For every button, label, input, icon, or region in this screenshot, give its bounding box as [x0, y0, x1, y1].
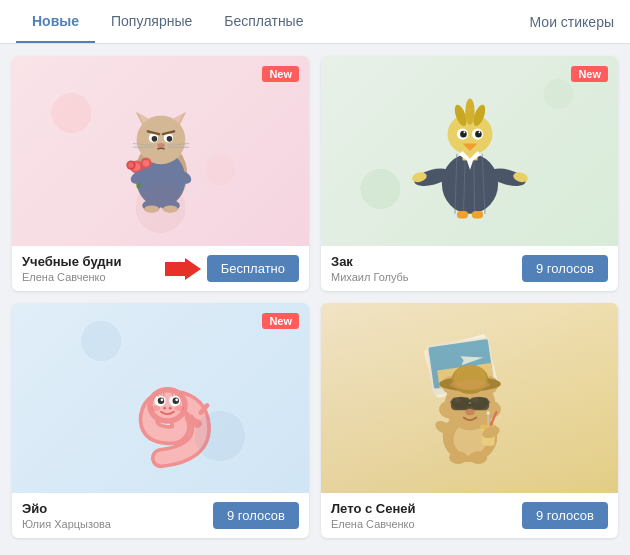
svg-rect-74 [428, 339, 493, 389]
sticker-illustration-2 [410, 76, 530, 226]
svg-marker-4 [172, 112, 186, 125]
sticker-title-4: Лето с Сеней [331, 501, 415, 516]
new-badge-2: New [571, 66, 608, 82]
svg-point-62 [172, 398, 178, 404]
svg-point-66 [168, 407, 171, 410]
svg-point-77 [442, 411, 497, 462]
svg-line-106 [490, 412, 495, 425]
svg-point-45 [475, 131, 482, 138]
svg-rect-72 [423, 334, 497, 399]
svg-point-83 [480, 376, 498, 394]
sticker-card-3: New [12, 303, 309, 538]
svg-point-8 [163, 133, 172, 142]
svg-point-64 [175, 398, 178, 401]
svg-point-109 [449, 451, 467, 464]
sticker-illustration-1 [101, 76, 221, 226]
svg-point-21 [140, 158, 151, 169]
my-stickers-link[interactable]: Мои стикеры [530, 14, 614, 30]
sticker-author-2: Михаил Голубь [331, 271, 409, 283]
new-badge-3: New [262, 313, 299, 329]
sticker-card-4: Лето с Сеней Елена Савченко 9 голосов [321, 303, 618, 538]
sticker-footer-2: Зак Михаил Голубь 9 голосов [321, 246, 618, 291]
svg-point-70 [150, 405, 159, 411]
svg-marker-37 [465, 156, 474, 170]
svg-point-40 [465, 99, 474, 125]
sticker-image-1: New [12, 56, 309, 246]
svg-point-28 [161, 200, 180, 211]
arrow-icon [165, 258, 201, 280]
svg-point-1 [136, 151, 185, 207]
svg-point-60 [169, 395, 180, 406]
svg-point-20 [132, 163, 140, 171]
svg-point-9 [151, 136, 157, 142]
sticker-info-4: Лето с Сеней Елена Савченко [331, 501, 415, 530]
svg-point-30 [162, 205, 177, 213]
svg-point-59 [154, 395, 165, 406]
voices-button-4[interactable]: 9 голосов [522, 502, 608, 529]
svg-point-26 [173, 168, 193, 186]
svg-point-27 [142, 200, 161, 211]
svg-point-13 [157, 143, 165, 148]
svg-point-54 [512, 171, 529, 184]
svg-line-35 [473, 154, 474, 214]
sticker-illustration-4 [410, 323, 530, 473]
svg-point-68 [192, 412, 203, 421]
svg-point-44 [460, 131, 467, 138]
svg-line-34 [463, 154, 465, 214]
svg-line-16 [168, 144, 189, 146]
voices-button-2[interactable]: 9 голосов [522, 255, 608, 282]
svg-point-57 [147, 387, 188, 424]
voices-button-3[interactable]: 9 голосов [213, 502, 299, 529]
svg-point-100 [471, 398, 478, 403]
tab-new[interactable]: Новые [16, 1, 95, 43]
svg-point-91 [470, 397, 488, 410]
sticker-title-1: Учебные будни [22, 254, 121, 269]
svg-point-24 [128, 162, 134, 168]
stickers-page: Новые Популярные Бесплатные Мои стикеры … [0, 0, 630, 550]
svg-point-0 [134, 142, 187, 208]
svg-point-2 [136, 115, 185, 164]
svg-point-46 [463, 131, 465, 133]
sticker-image-2: New [321, 56, 618, 246]
svg-line-33 [455, 154, 457, 214]
tab-free[interactable]: Бесплатные [208, 1, 319, 43]
svg-rect-55 [456, 211, 467, 219]
svg-marker-50 [458, 151, 481, 162]
svg-point-87 [451, 365, 487, 394]
svg-rect-94 [450, 398, 470, 411]
sticker-title-3: Эйо [22, 501, 111, 516]
sticker-author-4: Елена Савченко [331, 518, 415, 530]
svg-point-7 [148, 133, 157, 142]
svg-point-52 [410, 171, 427, 184]
svg-point-78 [453, 423, 486, 456]
svg-line-69 [200, 405, 206, 412]
svg-rect-75 [437, 363, 494, 389]
svg-point-71 [174, 405, 183, 411]
svg-point-110 [469, 451, 487, 464]
sticker-image-3: New [12, 303, 309, 493]
svg-point-53 [487, 165, 527, 189]
svg-rect-49 [462, 151, 477, 160]
svg-point-80 [439, 400, 461, 418]
tab-popular[interactable]: Популярные [95, 1, 208, 43]
free-button-1[interactable]: Бесплатно [207, 255, 299, 282]
sticker-author-1: Елена Савченко [22, 271, 121, 283]
svg-point-10 [166, 136, 172, 142]
svg-marker-3 [135, 112, 149, 125]
svg-point-39 [452, 103, 469, 127]
sticker-footer-1: Учебные будни Елена Савченко Бесплатно [12, 246, 309, 291]
sticker-info-1: Учебные будни Елена Савченко [22, 254, 121, 283]
svg-marker-5 [138, 114, 148, 123]
svg-point-58 [152, 392, 182, 418]
sticker-info-2: Зак Михаил Голубь [331, 254, 409, 283]
sticker-grid: New [0, 44, 630, 550]
svg-rect-56 [471, 211, 482, 219]
svg-point-51 [412, 165, 452, 189]
sticker-card-2: New [321, 56, 618, 291]
svg-point-42 [456, 129, 467, 140]
sticker-image-4 [321, 303, 618, 493]
svg-point-47 [478, 131, 480, 133]
tab-list: Новые Популярные Бесплатные [16, 1, 319, 43]
svg-marker-76 [460, 353, 484, 365]
svg-point-19 [130, 160, 143, 173]
